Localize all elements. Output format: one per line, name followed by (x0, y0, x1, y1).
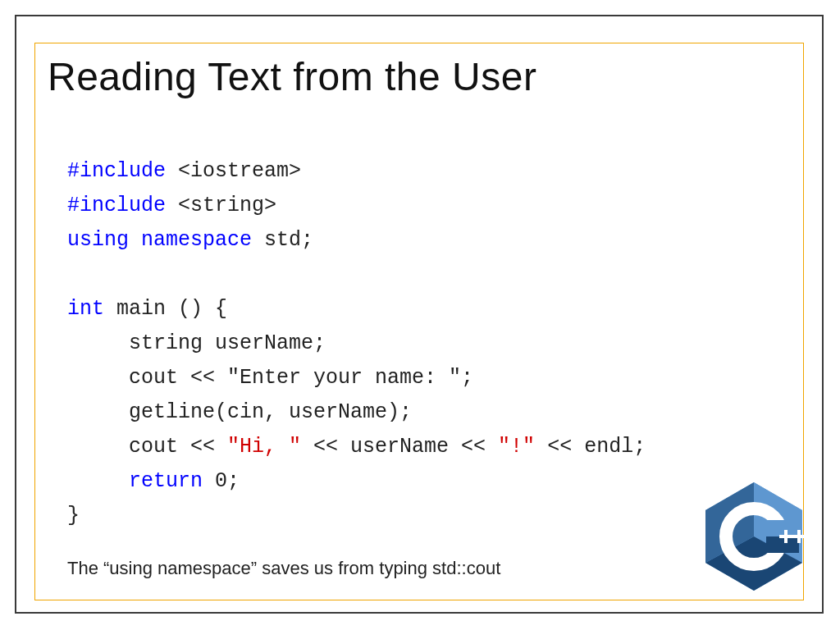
footer-note: The “using namespace” saves us from typi… (67, 558, 500, 579)
code-keyword: #include (67, 194, 166, 217)
cpp-logo-icon (701, 479, 807, 594)
code-keyword: return (67, 469, 203, 493)
code-text: 0; (203, 469, 240, 493)
code-text: main () { (104, 297, 227, 321)
code-text: } (67, 504, 80, 527)
code-text: cout << (67, 435, 227, 459)
code-block: #include <iostream> #include <string> us… (67, 120, 646, 533)
code-text: string userName; (67, 331, 326, 355)
code-keyword: int (67, 297, 104, 321)
slide-title: Reading Text from the User (48, 54, 536, 99)
code-text: cout << "Enter your name: "; (67, 366, 473, 390)
code-keyword: using namespace (67, 228, 252, 252)
code-text: getline(cin, userName); (67, 400, 412, 424)
code-text: << userName << (301, 435, 498, 459)
code-keyword: #include (67, 159, 166, 183)
code-text: <iostream> (166, 159, 301, 183)
svg-rect-7 (766, 536, 799, 553)
code-string: "!" (498, 435, 535, 459)
code-text: <string> (166, 194, 276, 217)
svg-rect-6 (766, 520, 799, 536)
code-string: "Hi, " (227, 435, 301, 459)
code-text: << endl; (535, 435, 646, 459)
code-text: std; (252, 228, 313, 252)
